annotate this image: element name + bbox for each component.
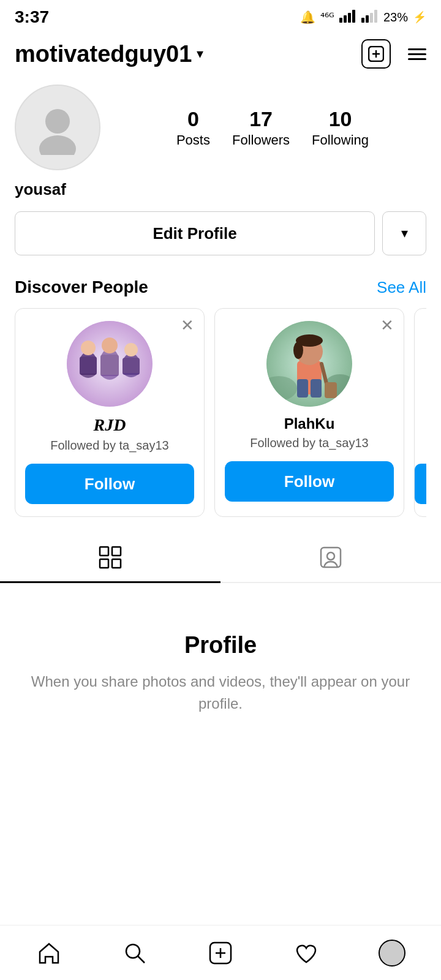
svg-rect-34 (100, 547, 108, 556)
avatar[interactable] (15, 85, 100, 170)
partial-card (414, 308, 426, 517)
card-2-followed-by: Followed by ta_say13 (250, 436, 368, 450)
svg-point-40 (126, 944, 140, 958)
following-label: Following (312, 132, 369, 148)
posts-label: Posts (176, 132, 210, 148)
empty-profile-description: When you share photos and videos, they'l… (24, 671, 417, 715)
profile-options-button[interactable]: ▾ (382, 211, 426, 255)
status-bar: 3:37 🔔 ⁴⁶ᴳ 23% ⚡ (0, 0, 441, 32)
menu-button[interactable] (408, 48, 426, 60)
signal-bars-2-icon (361, 9, 379, 26)
person-card: ✕ (214, 308, 404, 517)
following-count: 10 (329, 107, 352, 131)
svg-rect-38 (321, 548, 341, 567)
see-all-button[interactable]: See All (377, 278, 426, 297)
edit-profile-button[interactable]: Edit Profile (15, 211, 375, 255)
discover-title: Discover People (15, 277, 148, 297)
svg-rect-19 (100, 355, 119, 376)
svg-rect-35 (112, 547, 121, 556)
profile-info-row: 0 Posts 17 Followers 10 Following (15, 85, 426, 170)
battery-icon: 23% (383, 10, 408, 24)
svg-rect-37 (112, 559, 121, 568)
svg-rect-28 (311, 379, 322, 398)
signal-bars-icon (339, 9, 356, 26)
svg-point-12 (39, 135, 76, 155)
partial-follow-button (415, 464, 426, 504)
followers-stat[interactable]: 17 Followers (232, 107, 290, 148)
empty-profile-title: Profile (184, 632, 257, 658)
dropdown-chevron-icon: ▾ (401, 225, 408, 241)
nav-profile-button[interactable] (368, 932, 417, 974)
grid-icon (99, 546, 122, 574)
nav-new-post-button[interactable] (196, 932, 245, 974)
new-post-button[interactable] (361, 39, 391, 69)
posts-count: 0 (187, 107, 199, 131)
status-time: 3:37 (15, 7, 49, 27)
svg-rect-22 (123, 358, 140, 375)
nav-profile-avatar (379, 940, 405, 967)
svg-rect-33 (325, 382, 337, 398)
discover-section: Discover People See All ✕ (0, 268, 441, 523)
svg-point-15 (81, 341, 96, 355)
status-icons: 🔔 ⁴⁶ᴳ 23% ⚡ (300, 9, 426, 26)
svg-rect-27 (297, 379, 308, 398)
card-2-name: PlahKu (284, 415, 335, 432)
posts-stat[interactable]: 0 Posts (176, 107, 210, 148)
header: motivatedguy01 ▾ (0, 32, 441, 78)
grid-tab[interactable] (0, 538, 221, 582)
svg-point-31 (293, 342, 303, 359)
svg-point-18 (102, 337, 118, 353)
network-icon: ⁴⁶ᴳ (320, 10, 334, 24)
profile-stats: 0 Posts 17 Followers 10 Following (119, 107, 426, 148)
follow-rjd-button[interactable]: Follow (25, 464, 194, 504)
svg-rect-2 (348, 13, 351, 23)
card-1-name: RJD (94, 415, 126, 435)
following-stat[interactable]: 10 Following (312, 107, 369, 148)
svg-line-41 (138, 956, 145, 963)
tagged-icon (319, 546, 342, 574)
username-dropdown[interactable]: motivatedguy01 ▾ (15, 41, 203, 67)
svg-point-21 (124, 343, 138, 356)
header-actions (361, 39, 426, 69)
svg-point-39 (327, 552, 334, 560)
tabs-section (0, 538, 441, 583)
charging-icon: ⚡ (413, 10, 426, 24)
card-1-avatar (67, 321, 153, 407)
bottom-nav (0, 925, 441, 980)
card-2-avatar (266, 321, 352, 407)
svg-rect-0 (339, 18, 342, 23)
tagged-tab[interactable] (221, 538, 441, 582)
svg-rect-4 (361, 18, 364, 23)
svg-rect-3 (352, 10, 355, 23)
discover-cards: ✕ (15, 308, 426, 517)
notification-icon: 🔔 (300, 10, 315, 24)
follow-plahku-button[interactable]: Follow (225, 461, 394, 502)
followers-count: 17 (249, 107, 273, 131)
close-card-1-button[interactable]: ✕ (181, 317, 194, 333)
svg-rect-5 (366, 15, 369, 23)
header-username: motivatedguy01 (15, 41, 192, 67)
nav-search-button[interactable] (110, 932, 159, 974)
close-card-2-button[interactable]: ✕ (380, 317, 394, 333)
profile-username: yousaf (15, 180, 426, 199)
svg-rect-36 (100, 559, 108, 568)
followers-label: Followers (232, 132, 290, 148)
svg-rect-7 (374, 10, 377, 23)
svg-rect-1 (344, 15, 347, 23)
discover-header: Discover People See All (15, 277, 426, 297)
svg-point-11 (45, 109, 70, 134)
empty-profile-state: Profile When you share photos and videos… (0, 583, 441, 739)
svg-rect-16 (80, 356, 97, 375)
person-card: ✕ (15, 308, 205, 517)
nav-home-button[interactable] (24, 932, 74, 974)
profile-section: 0 Posts 17 Followers 10 Following yousaf… (0, 78, 441, 268)
username-chevron-icon: ▾ (197, 46, 203, 62)
nav-activity-button[interactable] (282, 932, 331, 974)
edit-profile-row: Edit Profile ▾ (15, 211, 426, 255)
card-1-followed-by: Followed by ta_say13 (50, 439, 168, 453)
svg-rect-6 (370, 13, 373, 23)
